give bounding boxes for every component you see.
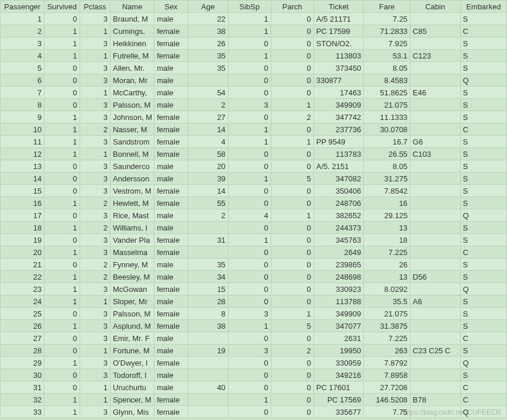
table-row: 1703Rice, Mastmale24138265229.125Q [1,209,507,222]
cell: 34 [188,271,228,283]
cell: 18 [364,234,410,246]
cell: 30 [1,369,44,381]
cell [410,111,460,123]
cell: 23 [1,283,44,295]
cell: 33 [1,406,44,418]
table-row: 2212Beesley, Mmale340024869813D56S [1,271,507,283]
cell: 1 [44,357,80,369]
cell: 0 [44,160,80,173]
cell: 0 [228,111,271,123]
cell: 1 [228,320,271,332]
cell: 28 [1,345,44,357]
cell: McCarthy, [111,87,154,99]
cell: 0 [228,74,271,87]
cell: female [154,50,188,62]
cell: 31 [188,234,228,246]
cell: 14 [188,123,228,136]
cell: 3 [80,185,110,197]
cell: 330877 [313,74,364,87]
cell: female [154,37,188,50]
cell: 3 [80,234,110,246]
cell [410,37,460,50]
cell: 0 [228,148,271,160]
cell: female [154,283,188,295]
cell: 8.05 [364,160,410,173]
cell: 1 [80,148,110,160]
cell: S [460,345,506,357]
cell: 0 [228,37,271,50]
cell: 35 [188,259,228,271]
cell: 7.8542 [364,185,410,197]
cell: 8 [188,308,228,320]
cell: 2 [1,25,44,37]
cell [410,123,460,136]
cell: 35 [188,62,228,74]
cell: 1 [80,25,110,37]
table-row: 701McCarthy,male54001746351.8625E46S [1,87,507,99]
cell: 8 [1,99,44,111]
cell: female [154,308,188,320]
cell: female [154,246,188,259]
cell: Beesley, M [111,271,154,283]
cell: 0 [44,308,80,320]
table-row: 803Palsson, Mmale23134990921.075S [1,99,507,111]
cell: 0 [271,369,313,381]
cell: S [460,87,506,99]
table-row: 3003Todoroff, Imale003492167.8958S [1,369,507,381]
cell: 27.7208 [364,381,410,394]
cell: 20 [188,160,228,173]
table-row: 913Johnson, Mfemale270234774211.1333S [1,111,507,123]
cell: 345763 [313,234,364,246]
cell: 1 [228,173,271,185]
cell: 0 [44,381,80,394]
cell: S [460,308,506,320]
cell: Uruchurtu [111,381,154,394]
cell: 1 [44,50,80,62]
cell: Hewlett, M [111,197,154,209]
cell: 7.75 [364,406,410,418]
table-row: 2503Palsson, Mfemale83134990921.075S [1,308,507,320]
cell [410,173,460,185]
cell: 0 [228,369,271,381]
cell: 18 [1,222,44,234]
cell: 0 [44,345,80,357]
cell: 2649 [313,246,364,259]
cell: 9 [1,111,44,123]
column-header: Embarked [460,1,506,13]
cell: 5 [271,173,313,185]
cell: C [460,246,506,259]
cell: 349909 [313,99,364,111]
cell: 2 [80,271,110,283]
cell: 16 [1,197,44,209]
cell: male [154,74,188,87]
cell [410,320,460,332]
cell: Fortune, M [111,345,154,357]
cell: 1 [1,13,44,25]
cell: 239865 [313,259,364,271]
cell: 19950 [313,345,364,357]
cell: 3 [80,209,110,222]
cell: 0 [271,246,313,259]
cell: female [154,234,188,246]
column-header: Pclass [80,1,110,13]
cell: Fynney, M [111,259,154,271]
cell: S [460,259,506,271]
cell: 3 [80,160,110,173]
cell: Heikkinen [111,37,154,50]
cell: 10 [1,123,44,136]
cell: 0 [228,259,271,271]
cell: Sandstrom [111,136,154,148]
cell: 14 [1,173,44,185]
cell: S [460,369,506,381]
cell: 0 [271,37,313,50]
cell: 1 [44,222,80,234]
cell: C85 [410,25,460,37]
cell: 1 [228,50,271,62]
cell: S [460,295,506,308]
cell [188,394,228,406]
cell [410,74,460,87]
cell: 13 [1,160,44,173]
cell: 5 [271,320,313,332]
cell: 17463 [313,87,364,99]
cell: 40 [188,381,228,394]
